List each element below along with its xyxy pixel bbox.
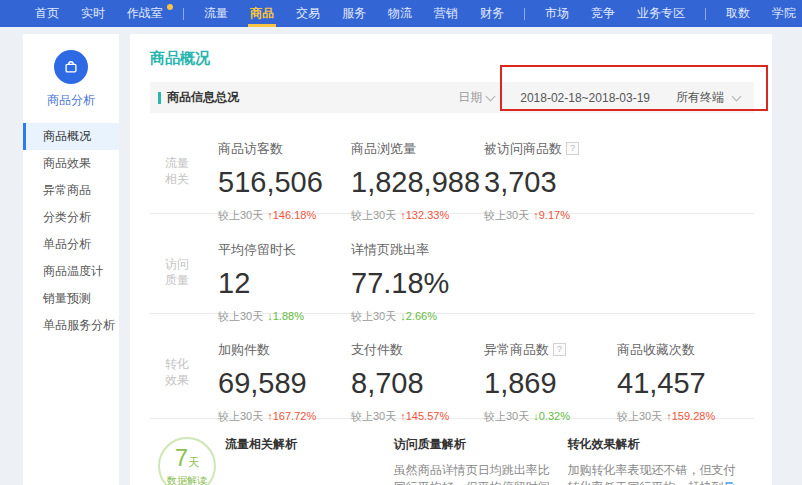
metric-row-visit-quality: 访问 质量 平均停留时长 12 较上30天↓1.88% 详情页跳出率 77.18…: [150, 213, 754, 313]
nav-competition[interactable]: 竞争: [580, 0, 626, 27]
nav-product[interactable]: 商品: [239, 0, 285, 27]
metric-detail-bounce-rate: 详情页跳出率 77.18% 较上30天↓2.66%: [351, 241, 484, 313]
metric-value: 41,457: [617, 367, 754, 400]
sidebar-item-product-thermometer[interactable]: 商品温度计: [23, 258, 119, 285]
metric-label: 商品访客数: [218, 140, 351, 158]
help-icon[interactable]: ?: [553, 343, 566, 356]
metric-compare: 较上30天↓2.66%: [351, 309, 484, 324]
metric-cart-adds: 加购件数 69,589 较上30天↑167.72%: [218, 341, 351, 418]
sidebar-item-single-product-service[interactable]: 单品服务分析: [23, 312, 119, 339]
insight-traffic: 流量相关解析: [225, 432, 380, 485]
metric-value: 8,708: [351, 367, 484, 400]
metric-value: 77.18%: [351, 267, 484, 300]
nav-market[interactable]: 市场: [534, 0, 580, 27]
insight-visit-quality: 访问质量解析 虽然商品详情页日均跳出率比同行平均好，但平均停留时间低于同行平均，…: [394, 432, 554, 485]
metric-compare: 较上30天↑146.18%: [218, 208, 351, 223]
help-icon[interactable]: ?: [566, 142, 579, 155]
metric-value: 12: [218, 267, 351, 300]
metric-label: 商品浏览量: [351, 140, 484, 158]
nav-realtime[interactable]: 实时: [70, 0, 116, 27]
nav-divider: [183, 8, 184, 20]
nav-home[interactable]: 首页: [24, 0, 70, 27]
sidebar-item-product-overview[interactable]: 商品概况: [23, 123, 119, 150]
nav-divider: [705, 8, 706, 20]
insight-text: 虽然商品详情页日均跳出率比同行平均好，但平均停留时间低于同行平均，请关注页面推荐…: [394, 462, 554, 485]
data-interpretation-badge: 7天 数据解读: [158, 437, 216, 485]
delta-up: ↑167.72%: [267, 410, 316, 422]
metric-compare: 较上30天↓0.32%: [484, 409, 617, 424]
metric-compare: 较上30天↑167.72%: [218, 409, 351, 424]
nav-divider: [524, 8, 525, 20]
terminal-filter[interactable]: 所有终端: [676, 89, 724, 106]
nav-finance[interactable]: 财务: [469, 0, 515, 27]
nav-academy[interactable]: 学院: [761, 0, 802, 27]
metric-value: 3,703: [484, 166, 617, 199]
nav-service[interactable]: 服务: [331, 0, 377, 27]
metric-paid-items: 支付件数 8,708 较上30天↑145.57%: [351, 341, 484, 418]
nav-data-fetch[interactable]: 取数: [715, 0, 761, 27]
metric-compare: 较上30天↓1.88%: [218, 309, 351, 324]
insight-title: 访问质量解析: [394, 436, 554, 453]
delta-up: ↑132.33%: [400, 209, 449, 221]
insight-conversion: 转化效果解析 加购转化率表现还不错，但支付转化率低于同行平均，赶快到异常商品并结…: [568, 432, 740, 485]
delta-up: ↑146.18%: [267, 209, 316, 221]
delta-down: ↓0.32%: [533, 410, 570, 422]
insights-section: 7天 数据解读 流量相关解析 访问质量解析 虽然商品详情页日均跳出率比同行平均好…: [150, 418, 754, 485]
delta-up: ↑9.17%: [533, 209, 570, 221]
metric-product-pageviews: 商品浏览量 1,828,988 较上30天↑132.33%: [351, 140, 484, 213]
main-content: 商品概况 商品信息总况 日期 2018-02-18~2018-03-19 所有终…: [130, 34, 772, 485]
metric-avg-stay-time: 平均停留时长 12 较上30天↓1.88%: [218, 241, 351, 313]
metric-value: 516,506: [218, 166, 351, 199]
sidebar: 商品分析 商品概况 商品效果 异常商品 分类分析 单品分析 商品温度计 销量预测…: [23, 34, 119, 485]
metric-row-conversion: 转化 效果 加购件数 69,589 较上30天↑167.72% 支付件数 8,7…: [150, 313, 754, 418]
section-title: 商品信息总况: [167, 89, 239, 106]
section-header: 商品信息总况 日期 2018-02-18~2018-03-19 所有终端: [150, 82, 754, 113]
sidebar-item-single-product-analysis[interactable]: 单品分析: [23, 231, 119, 258]
product-analysis-icon: [54, 50, 88, 84]
metric-label: 商品收藏次数: [617, 341, 754, 359]
nav-trade[interactable]: 交易: [285, 0, 331, 27]
metric-compare: 较上30天↑132.33%: [351, 208, 484, 223]
insight-text: 加购转化率表现还不错，但支付转化率低于同行平均，赶快到异常商品并结合使用商品温度…: [568, 462, 740, 485]
delta-down: ↓1.88%: [267, 310, 304, 322]
sidebar-section-label: 商品分析: [23, 92, 119, 109]
nav-marketing[interactable]: 营销: [423, 0, 469, 27]
date-filter-label[interactable]: 日期: [458, 89, 482, 106]
chevron-down-icon: [732, 91, 742, 101]
metric-product-favorites: 商品收藏次数 41,457 较上30天↑159.28%: [617, 341, 754, 418]
metric-value: 1,828,988: [351, 166, 484, 199]
filters: 日期 2018-02-18~2018-03-19 所有终端: [458, 89, 742, 106]
metric-group-label: 访问 质量: [150, 241, 218, 313]
sidebar-item-category-analysis[interactable]: 分类分析: [23, 204, 119, 231]
sidebar-item-sales-forecast[interactable]: 销量预测: [23, 285, 119, 312]
nav-business-zone[interactable]: 业务专区: [626, 0, 696, 27]
notification-dot-icon: [167, 4, 173, 10]
metric-compare: 较上30天↑9.17%: [484, 208, 617, 223]
section-tick-icon: [158, 92, 161, 104]
delta-up: ↑159.28%: [666, 410, 715, 422]
date-range-picker[interactable]: 2018-02-18~2018-03-19: [520, 91, 650, 105]
metric-label: 异常商品数?: [484, 341, 617, 359]
metric-label: 被访问商品数?: [484, 140, 617, 158]
metric-visited-products: 被访问商品数? 3,703 较上30天↑9.17%: [484, 140, 617, 213]
metric-row-traffic: 流量 相关 商品访客数 516,506 较上30天↑146.18% 商品浏览量 …: [150, 113, 754, 213]
nav-logistics[interactable]: 物流: [377, 0, 423, 27]
delta-up: ↑145.57%: [400, 410, 449, 422]
metric-label: 支付件数: [351, 341, 484, 359]
metric-label: 平均停留时长: [218, 241, 351, 259]
nav-war-room[interactable]: 作战室: [116, 0, 174, 27]
metric-product-visitors: 商品访客数 516,506 较上30天↑146.18%: [218, 140, 351, 213]
metric-compare: 较上30天↑159.28%: [617, 409, 754, 424]
metric-abnormal-products: 异常商品数? 1,869 较上30天↓0.32%: [484, 341, 617, 418]
sidebar-header: 商品分析: [23, 34, 119, 123]
delta-down: ↓2.66%: [400, 310, 437, 322]
metric-value: 1,869: [484, 367, 617, 400]
insight-title: 转化效果解析: [568, 436, 740, 453]
chevron-down-icon: [486, 91, 496, 101]
metric-compare: 较上30天↑145.57%: [351, 409, 484, 424]
sidebar-item-abnormal-products[interactable]: 异常商品: [23, 177, 119, 204]
metric-label: 详情页跳出率: [351, 241, 484, 259]
nav-traffic[interactable]: 流量: [193, 0, 239, 27]
page-title: 商品概况: [150, 34, 754, 82]
sidebar-item-product-effect[interactable]: 商品效果: [23, 150, 119, 177]
